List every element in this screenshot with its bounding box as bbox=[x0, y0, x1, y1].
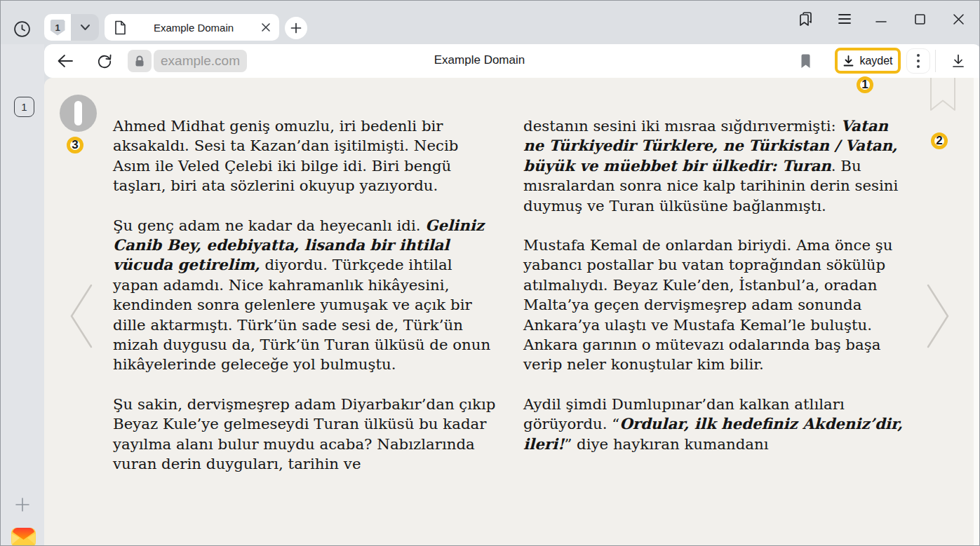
chevron-left-icon bbox=[66, 282, 95, 350]
annotation-marker-3: 3 bbox=[67, 137, 83, 153]
back-button[interactable] bbox=[55, 52, 75, 70]
tab-group-control[interactable]: 1 bbox=[44, 14, 99, 41]
annotation-marker-1: 1 bbox=[857, 76, 873, 93]
chevron-down-icon bbox=[80, 24, 90, 31]
save-button[interactable]: kaydet bbox=[835, 48, 901, 74]
bookmark-ribbon-icon[interactable] bbox=[929, 78, 956, 113]
close-icon bbox=[952, 13, 965, 26]
tab-title: Example Domain bbox=[133, 22, 254, 34]
pause-bar-icon bbox=[74, 101, 82, 125]
bookmark-button[interactable] bbox=[796, 52, 814, 70]
reload-button[interactable] bbox=[95, 52, 114, 70]
browser-window: 1 Example Domain bbox=[0, 0, 980, 546]
side-panel: 1 bbox=[1, 44, 44, 546]
close-button[interactable] bbox=[949, 10, 967, 28]
omnibox-page-title[interactable]: Example Domain bbox=[295, 53, 664, 67]
article-paragraph: destanın sesini iki mısraa sığdırıvermiş… bbox=[523, 116, 907, 216]
yandex-mail-button[interactable] bbox=[10, 524, 36, 546]
yandex-mail-icon bbox=[11, 524, 36, 546]
tab-group-counter: 1 bbox=[44, 14, 71, 41]
reader-scroll-indicator[interactable] bbox=[60, 95, 97, 132]
lock-icon bbox=[135, 55, 145, 67]
download-icon bbox=[843, 55, 854, 67]
tab-close-icon[interactable] bbox=[261, 22, 271, 32]
address-bar-domain[interactable]: example.com bbox=[154, 50, 247, 72]
maximize-icon bbox=[914, 13, 926, 25]
kebab-menu-icon bbox=[916, 53, 920, 69]
page-icon bbox=[114, 20, 126, 35]
plus-icon bbox=[14, 496, 31, 513]
article-paragraph: Ahmed Midhat geniş omuzlu, iri bedenli b… bbox=[113, 116, 497, 196]
sidebar-add-button[interactable] bbox=[13, 496, 32, 514]
next-page-button[interactable] bbox=[922, 282, 955, 350]
bookmark-flag-icon bbox=[800, 53, 812, 69]
history-button[interactable] bbox=[12, 19, 32, 39]
tab-panel-button[interactable]: 1 bbox=[14, 97, 34, 117]
save-options-button[interactable] bbox=[906, 48, 930, 74]
toolbar-separator bbox=[935, 50, 936, 72]
clock-icon bbox=[13, 20, 31, 38]
bookmarks-icon bbox=[798, 11, 814, 27]
chevron-right-icon bbox=[924, 282, 953, 350]
tab-group-dropdown[interactable] bbox=[71, 14, 99, 41]
browser-toolbar: example.com Example Domain kaydet bbox=[44, 44, 980, 78]
arrow-left-icon bbox=[56, 53, 74, 69]
article-paragraph: Şu sakin, dervişmeşrep adam Diyarbakır’d… bbox=[113, 395, 497, 475]
plus-icon bbox=[290, 22, 302, 34]
minimize-icon bbox=[875, 13, 887, 25]
minimize-button[interactable] bbox=[872, 10, 890, 28]
downloads-button[interactable] bbox=[948, 51, 969, 71]
hamburger-icon bbox=[838, 13, 852, 25]
previous-page-button[interactable] bbox=[65, 282, 97, 350]
tab-example-domain[interactable]: Example Domain bbox=[105, 14, 279, 41]
menu-button[interactable] bbox=[835, 10, 854, 28]
article-column-right: destanın sesini iki mısraa sığdırıvermiş… bbox=[523, 116, 907, 474]
article-paragraph: Aydil şimdi Dumlupınar’dan kalkan atlıla… bbox=[523, 395, 907, 454]
article-column-left: Ahmed Midhat geniş omuzlu, iri bedenli b… bbox=[113, 116, 497, 494]
site-security-button[interactable] bbox=[128, 50, 152, 72]
domain-text: example.com bbox=[161, 53, 240, 69]
article-paragraph: Mustafa Kemal de onlardan biriydi. Ama ö… bbox=[523, 236, 907, 375]
maximize-button[interactable] bbox=[911, 10, 929, 28]
download-icon bbox=[951, 53, 966, 69]
save-button-label: kaydet bbox=[859, 55, 892, 67]
tab-count-value: 1 bbox=[55, 22, 60, 33]
scrollbar[interactable] bbox=[974, 78, 980, 546]
reload-icon bbox=[96, 53, 113, 69]
tab-count-badge: 1 bbox=[51, 20, 65, 36]
tab-strip: 1 Example Domain bbox=[1, 1, 980, 44]
panel-tab-count: 1 bbox=[21, 101, 27, 113]
annotation-marker-2: 2 bbox=[931, 132, 948, 149]
article-paragraph: Şu genç adam ne kadar da heyecanlı idi. … bbox=[113, 216, 497, 375]
collections-button[interactable] bbox=[797, 10, 815, 28]
new-tab-button[interactable] bbox=[285, 17, 307, 39]
